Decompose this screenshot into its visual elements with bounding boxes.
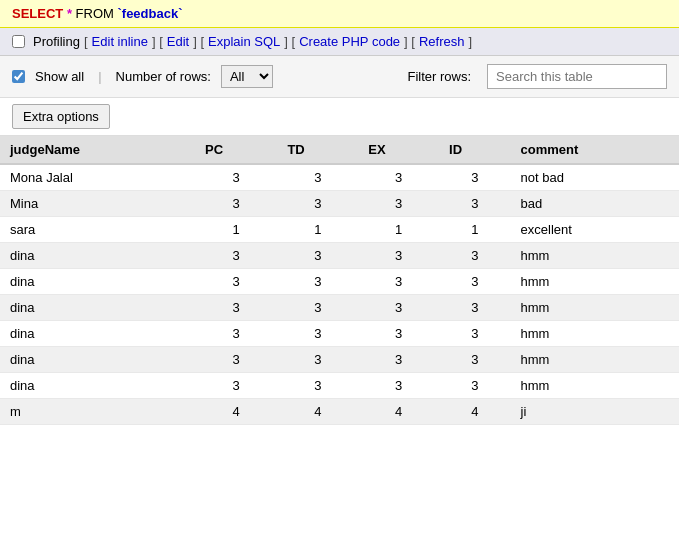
query-bar: SELECT * FROM `feedback` <box>0 0 679 28</box>
cell-td: 3 <box>277 269 358 295</box>
cell-ex: 3 <box>358 295 439 321</box>
cell-ex: 3 <box>358 191 439 217</box>
cell-ex: 3 <box>358 347 439 373</box>
cell-ex: 3 <box>358 373 439 399</box>
cell-id: 3 <box>439 269 510 295</box>
data-table-container: judgeName PC TD EX ID comment Mona Jalal… <box>0 136 679 425</box>
profiling-label: Profiling <box>33 34 80 49</box>
cell-comment: hmm <box>511 243 679 269</box>
cell-td: 3 <box>277 295 358 321</box>
create-php-code-link[interactable]: Create PHP code <box>299 34 400 49</box>
cell-pc: 3 <box>195 373 277 399</box>
select-keyword: SELECT <box>12 6 63 21</box>
table-row: Mina3333bad <box>0 191 679 217</box>
cell-comment: bad <box>511 191 679 217</box>
data-table: judgeName PC TD EX ID comment Mona Jalal… <box>0 136 679 425</box>
cell-td: 3 <box>277 191 358 217</box>
cell-pc: 3 <box>195 321 277 347</box>
cell-judgename: dina <box>0 347 195 373</box>
col-header-td: TD <box>277 136 358 164</box>
table-row: sara1111excellent <box>0 217 679 243</box>
edit-inline-link[interactable]: Edit inline <box>92 34 148 49</box>
cell-judgename: dina <box>0 243 195 269</box>
filter-label: Filter rows: <box>407 69 471 84</box>
cell-judgename: dina <box>0 295 195 321</box>
cell-judgename: Mona Jalal <box>0 164 195 191</box>
table-row: Mona Jalal3333not bad <box>0 164 679 191</box>
cell-comment: hmm <box>511 269 679 295</box>
cell-id: 1 <box>439 217 510 243</box>
rows-select[interactable]: All 25 50 100 <box>221 65 273 88</box>
cell-id: 3 <box>439 347 510 373</box>
cell-judgename: m <box>0 399 195 425</box>
cell-comment: hmm <box>511 295 679 321</box>
extra-options-bar: Extra options <box>0 98 679 136</box>
cell-td: 3 <box>277 164 358 191</box>
cell-td: 3 <box>277 347 358 373</box>
cell-comment: not bad <box>511 164 679 191</box>
cell-comment: hmm <box>511 321 679 347</box>
table-row: dina3333hmm <box>0 347 679 373</box>
cell-td: 3 <box>277 321 358 347</box>
cell-pc: 4 <box>195 399 277 425</box>
col-header-comment: comment <box>511 136 679 164</box>
edit-link[interactable]: Edit <box>167 34 189 49</box>
cell-id: 4 <box>439 399 510 425</box>
cell-pc: 1 <box>195 217 277 243</box>
profiling-checkbox[interactable] <box>12 35 25 48</box>
cell-ex: 3 <box>358 164 439 191</box>
cell-id: 3 <box>439 164 510 191</box>
cell-ex: 3 <box>358 243 439 269</box>
separator: | <box>98 69 101 84</box>
col-header-pc: PC <box>195 136 277 164</box>
cell-comment: ji <box>511 399 679 425</box>
cell-judgename: dina <box>0 373 195 399</box>
number-of-rows-label: Number of rows: <box>116 69 211 84</box>
cell-pc: 3 <box>195 191 277 217</box>
cell-ex: 4 <box>358 399 439 425</box>
cell-id: 3 <box>439 321 510 347</box>
star-symbol: * <box>67 6 76 21</box>
cell-ex: 3 <box>358 269 439 295</box>
table-row: dina3333hmm <box>0 295 679 321</box>
cell-td: 4 <box>277 399 358 425</box>
cell-id: 3 <box>439 295 510 321</box>
cell-td: 3 <box>277 373 358 399</box>
col-header-id: ID <box>439 136 510 164</box>
extra-options-button[interactable]: Extra options <box>12 104 110 129</box>
cell-comment: hmm <box>511 347 679 373</box>
table-name: `feedback` <box>117 6 182 21</box>
cell-judgename: Mina <box>0 191 195 217</box>
cell-pc: 3 <box>195 295 277 321</box>
cell-id: 3 <box>439 373 510 399</box>
cell-judgename: dina <box>0 321 195 347</box>
cell-pc: 3 <box>195 243 277 269</box>
cell-ex: 3 <box>358 321 439 347</box>
table-row: dina3333hmm <box>0 321 679 347</box>
cell-id: 3 <box>439 243 510 269</box>
cell-id: 3 <box>439 191 510 217</box>
cell-comment: excellent <box>511 217 679 243</box>
cell-ex: 1 <box>358 217 439 243</box>
cell-judgename: sara <box>0 217 195 243</box>
table-row: dina3333hmm <box>0 269 679 295</box>
refresh-link[interactable]: Refresh <box>419 34 465 49</box>
cell-pc: 3 <box>195 269 277 295</box>
cell-judgename: dina <box>0 269 195 295</box>
table-row: m4444ji <box>0 399 679 425</box>
table-row: dina3333hmm <box>0 243 679 269</box>
col-header-judgename: judgeName <box>0 136 195 164</box>
cell-pc: 3 <box>195 164 277 191</box>
cell-pc: 3 <box>195 347 277 373</box>
from-keyword: FROM <box>76 6 118 21</box>
explain-sql-link[interactable]: Explain SQL <box>208 34 280 49</box>
profiling-bar: Profiling [ Edit inline ] [ Edit ] [ Exp… <box>0 28 679 56</box>
cell-td: 3 <box>277 243 358 269</box>
col-header-ex: EX <box>358 136 439 164</box>
show-all-checkbox[interactable] <box>12 70 25 83</box>
cell-td: 1 <box>277 217 358 243</box>
search-input[interactable] <box>487 64 667 89</box>
show-all-label: Show all <box>35 69 84 84</box>
table-row: dina3333hmm <box>0 373 679 399</box>
options-bar: Show all | Number of rows: All 25 50 100… <box>0 56 679 98</box>
